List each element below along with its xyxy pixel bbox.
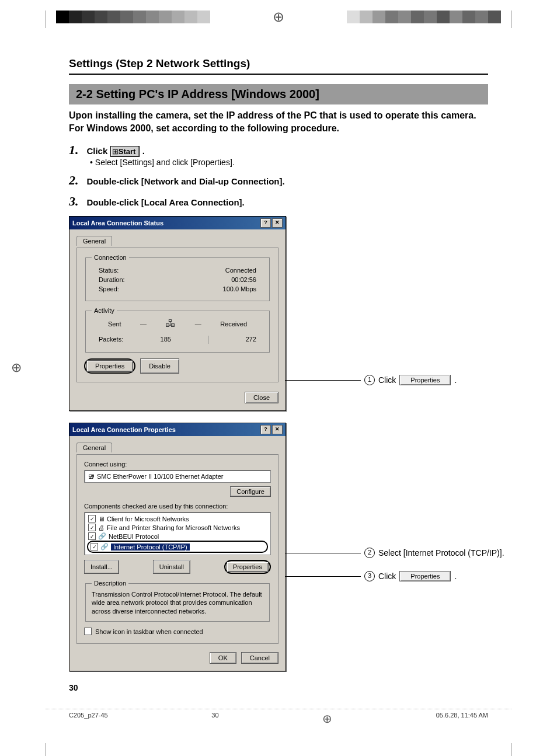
checkbox-icon[interactable]: ✓: [90, 543, 98, 551]
protocol-icon: 🔗: [100, 543, 109, 551]
speed-label: Speed:: [99, 285, 119, 292]
header-rule: [69, 74, 488, 75]
adapter-name: SMC EtherPower II 10/100 Ethernet Adapte…: [97, 473, 223, 480]
speed-value: 100.0 Mbps: [223, 285, 256, 292]
tab-general[interactable]: General: [76, 236, 112, 246]
section-title: 2-2 Setting PC's IP Address [Windows 200…: [69, 84, 488, 104]
start-button[interactable]: ⊞Start: [110, 146, 140, 157]
share-icon: 🖨: [98, 524, 105, 531]
callout-properties-button: Properties: [399, 375, 451, 385]
client-icon: 🖥: [98, 515, 105, 522]
help-button[interactable]: ?: [260, 425, 271, 434]
callout-highlight: Properties: [84, 358, 135, 374]
callout-number: 2: [364, 548, 375, 558]
callout-1: 1 Click Properties .: [285, 375, 457, 385]
checkbox-icon[interactable]: ✓: [88, 532, 96, 540]
color-bar-right: [347, 11, 501, 23]
step-1: 1. Click ⊞Start . • Select [Settings] an…: [69, 142, 488, 167]
step-text: Double-click [Network and Dial-up Connec…: [86, 176, 284, 186]
item-label: Client for Microsoft Networks: [107, 515, 189, 522]
page-number: 30: [69, 683, 488, 692]
registration-mark-icon: ⊕: [322, 712, 332, 725]
callout-dot: .: [454, 375, 457, 385]
connection-legend: Connection: [92, 254, 129, 261]
callout-dot: .: [454, 572, 457, 581]
start-label: Start: [119, 147, 136, 156]
callout-text: Click: [378, 375, 396, 385]
help-button[interactable]: ?: [260, 218, 271, 228]
callout-number: 1: [364, 375, 375, 385]
print-marks-top: ⊕: [0, 11, 557, 34]
tab-general[interactable]: General: [76, 443, 112, 452]
windows-flag-icon: ⊞: [112, 147, 119, 156]
adapter-icon: 🖳: [88, 473, 95, 480]
step-text: Double-click [Local Area Connection].: [86, 197, 244, 207]
checkbox-icon[interactable]: ✓: [88, 524, 96, 531]
duration-label: Duration:: [99, 276, 125, 283]
callout-3: 3 Click Properties .: [285, 571, 457, 581]
step-number: 3.: [69, 194, 84, 209]
packets-received: 272: [246, 336, 256, 344]
close-button[interactable]: ✕: [272, 218, 283, 228]
components-list[interactable]: ✓🖥Client for Microsoft Networks ✓🖨File a…: [84, 512, 271, 555]
footer-date: 05.6.28, 11:45 AM: [436, 712, 488, 726]
packets-sent: 185: [161, 336, 171, 344]
callout-highlight: Properties: [224, 560, 271, 574]
list-item[interactable]: ✓🖨File and Printer Sharing for Microsoft…: [87, 523, 268, 532]
properties-dialog: Local Area Connection Properties ? ✕ Gen…: [69, 423, 286, 671]
step-text-after: .: [142, 146, 145, 156]
footer-page: 30: [211, 712, 218, 726]
show-icon-row[interactable]: Show icon in taskbar when connected: [84, 628, 271, 635]
dialog-title: Local Area Connection Properties: [72, 426, 176, 433]
adapter-row: 🖳 SMC EtherPower II 10/100 Ethernet Adap…: [87, 472, 268, 480]
footer-file: C205_p27-45: [69, 712, 108, 726]
dialog-title: Local Area Connection Status: [72, 220, 163, 227]
step-text: Click: [86, 146, 107, 156]
callout-number: 3: [364, 571, 375, 581]
properties-button[interactable]: Properties: [86, 360, 133, 372]
footer-meta: C205_p27-45 30 ⊕ 05.6.28, 11:45 AM: [46, 709, 511, 743]
cancel-button[interactable]: Cancel: [241, 652, 278, 664]
connection-fieldset: Connection Status:Connected Duration:00:…: [85, 254, 270, 301]
ok-button[interactable]: OK: [210, 652, 236, 664]
disable-button[interactable]: Disable: [140, 358, 179, 374]
description-fieldset: Description Transmission Control Protoco…: [85, 580, 270, 622]
step-3: 3. Double-click [Local Area Connection].: [69, 194, 488, 209]
components-label: Components checked are used by this conn…: [84, 503, 271, 510]
title-bar: Local Area Connection Properties ? ✕: [69, 423, 286, 436]
item-label: Internet Protocol (TCP/IP): [111, 544, 190, 551]
checkbox-icon[interactable]: [84, 628, 92, 635]
status-label: Status:: [99, 267, 119, 274]
duration-value: 00:02:56: [231, 276, 256, 283]
callout-text: Select [Internet Protocol (TCP/IP)].: [378, 548, 504, 558]
close-dialog-button[interactable]: Close: [245, 392, 278, 403]
status-value: Connected: [225, 267, 256, 274]
callout-2: 2 Select [Internet Protocol (TCP/IP)].: [285, 548, 504, 558]
item-label: NetBEUI Protocol: [109, 533, 159, 540]
list-item-selected[interactable]: ✓🔗Internet Protocol (TCP/IP): [89, 542, 266, 551]
registration-mark-icon: ⊕: [11, 360, 22, 375]
configure-button[interactable]: Configure: [230, 486, 271, 497]
color-bar-left: [56, 11, 210, 23]
page-header: Settings (Step 2 Network Settings): [69, 57, 488, 70]
step-2: 2. Double-click [Network and Dial-up Con…: [69, 173, 488, 188]
step-1-sub: • Select [Settings] and click [Propertie…: [90, 158, 488, 167]
section-intro: Upon installing the camera, set the IP a…: [69, 109, 488, 134]
close-button[interactable]: ✕: [272, 425, 283, 434]
properties-button[interactable]: Properties: [227, 562, 269, 572]
list-item[interactable]: ✓🔗NetBEUI Protocol: [87, 532, 268, 541]
checkbox-icon[interactable]: ✓: [88, 515, 96, 522]
show-icon-label: Show icon in taskbar when connected: [95, 628, 203, 635]
install-button[interactable]: Install...: [84, 560, 119, 574]
description-text: Transmission Control Protocol/Internet P…: [92, 590, 263, 615]
sent-label: Sent: [108, 320, 121, 328]
protocol-icon: 🔗: [98, 532, 106, 540]
packets-label: Packets:: [99, 336, 123, 344]
activity-legend: Activity: [92, 307, 117, 314]
list-item[interactable]: ✓🖥Client for Microsoft Networks: [87, 514, 268, 523]
print-marks-bottom: [0, 743, 557, 756]
registration-mark-icon: ⊕: [273, 9, 284, 25]
uninstall-button[interactable]: Uninstall: [153, 560, 190, 574]
callout-text: Click: [378, 572, 396, 581]
step-number: 2.: [69, 173, 84, 188]
